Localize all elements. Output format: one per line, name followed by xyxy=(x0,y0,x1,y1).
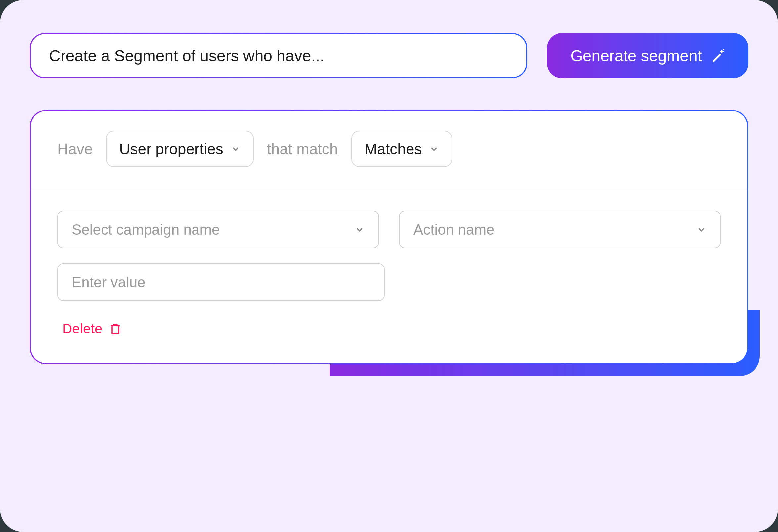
action-name-placeholder: Action name xyxy=(413,221,494,238)
property-type-select[interactable]: User properties xyxy=(106,131,253,167)
value-input[interactable]: Enter value xyxy=(57,263,385,301)
chevron-down-icon xyxy=(355,225,365,235)
chevron-down-icon xyxy=(429,144,439,154)
trash-icon xyxy=(109,322,122,335)
rule-card: Have User properties that match Matches xyxy=(30,110,748,364)
campaign-name-placeholder: Select campaign name xyxy=(72,221,220,238)
prompt-input-wrapper xyxy=(30,33,527,78)
property-type-value: User properties xyxy=(119,140,223,158)
segment-prompt-input[interactable] xyxy=(31,34,526,77)
magic-wand-icon xyxy=(710,48,725,64)
chevron-down-icon xyxy=(231,144,240,154)
top-bar: Generate segment xyxy=(30,33,748,78)
field-row-1: Select campaign name Action name xyxy=(57,211,721,248)
field-row-2: Enter value xyxy=(57,263,721,301)
delete-rule-button[interactable]: Delete xyxy=(57,316,122,340)
rule-body: Select campaign name Action name Enter v… xyxy=(31,189,747,363)
campaign-name-select[interactable]: Select campaign name xyxy=(57,211,379,248)
builder-area: Have User properties that match Matches xyxy=(30,110,748,364)
value-placeholder: Enter value xyxy=(72,274,146,291)
have-label: Have xyxy=(57,140,93,158)
generate-segment-button[interactable]: Generate segment xyxy=(547,33,748,78)
match-operator-value: Matches xyxy=(365,140,422,158)
match-operator-select[interactable]: Matches xyxy=(351,131,453,167)
rule-card-inner: Have User properties that match Matches xyxy=(31,111,747,363)
delete-label: Delete xyxy=(62,321,102,337)
rule-header-row: Have User properties that match Matches xyxy=(31,111,747,189)
chevron-down-icon xyxy=(696,225,706,235)
segment-builder-panel: Generate segment Have User properties th… xyxy=(0,0,778,532)
that-match-label: that match xyxy=(267,140,338,158)
generate-segment-label: Generate segment xyxy=(570,47,702,65)
svg-point-0 xyxy=(723,49,724,50)
action-name-select[interactable]: Action name xyxy=(399,211,721,248)
